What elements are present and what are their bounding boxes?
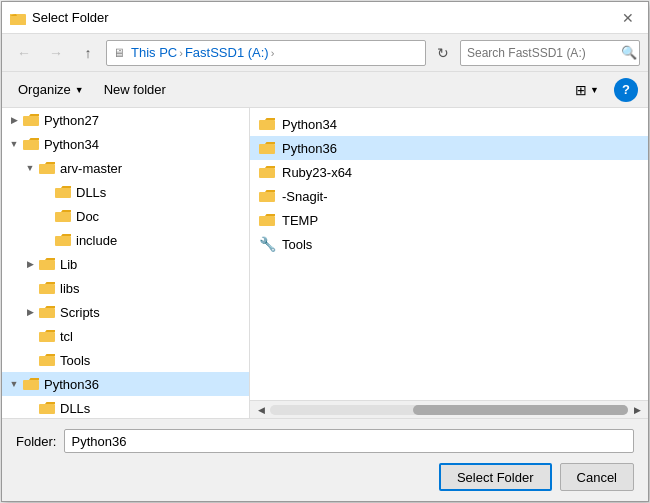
up-button[interactable]: ↑	[74, 39, 102, 67]
svg-rect-17	[259, 120, 275, 130]
expand-python27[interactable]: ▶	[6, 108, 22, 132]
back-button[interactable]: ←	[10, 39, 38, 67]
folder-right-snagit-icon	[258, 187, 276, 205]
right-item-python34[interactable]: Python34	[250, 112, 648, 136]
folder-right-python34-icon	[258, 115, 276, 133]
folder-right-temp-icon	[258, 211, 276, 229]
folder-scripts-icon	[38, 303, 56, 321]
right-item-snagit[interactable]: -Snagit-	[250, 184, 648, 208]
svg-rect-4	[23, 140, 39, 150]
select-folder-button[interactable]: Select Folder	[439, 463, 552, 491]
close-button[interactable]: ✕	[616, 6, 640, 30]
scroll-left-arrow[interactable]: ◀	[252, 401, 270, 419]
svg-rect-19	[259, 168, 275, 178]
folder-python27-icon	[22, 111, 40, 129]
svg-rect-8	[55, 236, 71, 246]
dialog-footer: Folder: Select Folder Cancel	[2, 418, 648, 501]
tree-item-scripts[interactable]: ▶ Scripts	[2, 300, 249, 324]
help-button[interactable]: ?	[614, 78, 638, 102]
right-item-python36[interactable]: Python36	[250, 136, 648, 160]
horizontal-scrollbar[interactable]: ◀ ▶	[250, 400, 648, 418]
folder-doc1-icon	[54, 207, 72, 225]
tree-item-python34[interactable]: ▼ Python34	[2, 132, 249, 156]
tools-icon: 🔧	[258, 235, 276, 253]
search-input[interactable]	[467, 46, 617, 60]
svg-rect-20	[259, 192, 275, 202]
scroll-right-arrow[interactable]: ▶	[628, 401, 646, 419]
expand-lib[interactable]: ▶	[22, 252, 38, 276]
svg-rect-21	[259, 216, 275, 226]
address-part-drive[interactable]: FastSSD1 (A:)	[185, 45, 269, 60]
main-content: ▶ Python27 ▼ Python34 ▼ arv-m	[2, 108, 648, 418]
folder-input[interactable]	[64, 429, 634, 453]
forward-button[interactable]: →	[42, 39, 70, 67]
folder-dlls1-icon	[54, 183, 72, 201]
right-item-temp[interactable]: TEMP	[250, 208, 648, 232]
svg-rect-3	[23, 116, 39, 126]
svg-rect-2	[10, 16, 26, 25]
view-icon: ⊞	[575, 82, 587, 98]
folder-arv-master-icon	[38, 159, 56, 177]
folder-row: Folder:	[16, 429, 634, 453]
svg-rect-11	[39, 308, 55, 318]
expand-dlls1	[38, 180, 54, 204]
expand-scripts[interactable]: ▶	[22, 300, 38, 324]
tree-item-python36[interactable]: ▼ Python36	[2, 372, 249, 396]
svg-rect-5	[39, 164, 55, 174]
folder-tools1-icon	[38, 351, 56, 369]
select-folder-dialog: Select Folder ✕ ← → ↑ 🖥 This PC › FastSS…	[1, 1, 649, 502]
scrollbar-thumb[interactable]	[413, 405, 628, 415]
tree-item-tools1[interactable]: Tools	[2, 348, 249, 372]
expand-python34[interactable]: ▼	[6, 132, 22, 156]
tree-item-libs[interactable]: libs	[2, 276, 249, 300]
tree-item-dlls2[interactable]: DLLs	[2, 396, 249, 418]
button-row: Select Folder Cancel	[16, 463, 634, 491]
tree-item-python27[interactable]: ▶ Python27	[2, 108, 249, 132]
scrollbar-track[interactable]	[270, 405, 628, 415]
svg-rect-15	[39, 404, 55, 414]
tree-item-arv-master[interactable]: ▼ arv-master	[2, 156, 249, 180]
right-item-tools[interactable]: 🔧 Tools	[250, 232, 648, 256]
new-folder-button[interactable]: New folder	[98, 78, 172, 101]
address-part-thispc[interactable]: This PC	[131, 45, 177, 60]
address-bar[interactable]: 🖥 This PC › FastSSD1 (A:) ›	[106, 40, 426, 66]
svg-rect-12	[39, 332, 55, 342]
navigation-bar: ← → ↑ 🖥 This PC › FastSSD1 (A:) › ↻ 🔍	[2, 34, 648, 72]
dialog-icon	[10, 10, 26, 26]
right-item-ruby[interactable]: Ruby23-x64	[250, 160, 648, 184]
folder-python34-icon	[22, 135, 40, 153]
folder-label: Folder:	[16, 434, 56, 449]
tree-item-dlls1[interactable]: DLLs	[2, 180, 249, 204]
folder-lib-icon	[38, 255, 56, 273]
expand-arv-master[interactable]: ▼	[22, 156, 38, 180]
title-bar: Select Folder ✕	[2, 2, 648, 34]
tree-item-doc1[interactable]: Doc	[2, 204, 249, 228]
organize-button[interactable]: Organize ▼	[12, 78, 90, 101]
folder-content: Python34 Python36 Ruby23-x64	[250, 108, 648, 400]
cancel-button[interactable]: Cancel	[560, 463, 634, 491]
command-bar: Organize ▼ New folder ⊞ ▼ ?	[2, 72, 648, 108]
svg-rect-6	[55, 188, 71, 198]
folder-tree: ▶ Python27 ▼ Python34 ▼ arv-m	[2, 108, 250, 418]
dialog-title: Select Folder	[32, 10, 616, 25]
expand-include	[38, 228, 54, 252]
refresh-button[interactable]: ↻	[430, 40, 456, 66]
tree-item-lib[interactable]: ▶ Lib	[2, 252, 249, 276]
expand-libs	[22, 276, 38, 300]
expand-doc1	[38, 204, 54, 228]
search-box[interactable]: 🔍	[460, 40, 640, 66]
expand-tools1	[22, 348, 38, 372]
folder-right-python36-icon	[258, 139, 276, 157]
folder-right-ruby-icon	[258, 163, 276, 181]
view-toggle-button[interactable]: ⊞ ▼	[568, 78, 606, 102]
tree-item-tcl[interactable]: tcl	[2, 324, 249, 348]
svg-rect-10	[39, 284, 55, 294]
expand-python36[interactable]: ▼	[6, 372, 22, 396]
organize-dropdown-arrow: ▼	[75, 85, 84, 95]
svg-rect-13	[39, 356, 55, 366]
folder-dlls2-icon	[38, 399, 56, 417]
svg-rect-18	[259, 144, 275, 154]
svg-rect-9	[39, 260, 55, 270]
tree-item-include[interactable]: include	[2, 228, 249, 252]
view-dropdown-arrow: ▼	[590, 85, 599, 95]
